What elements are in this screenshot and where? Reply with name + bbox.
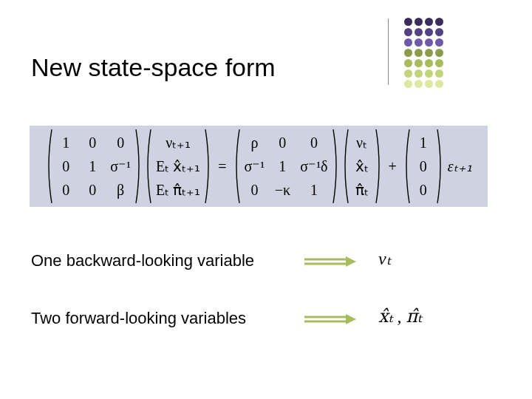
decor-dot xyxy=(415,18,423,26)
decor-dot xyxy=(415,69,423,78)
cell: 0 xyxy=(415,178,432,202)
decor-dot xyxy=(425,49,433,57)
cell: π̂ₜ xyxy=(353,178,371,202)
cell: x̂ₜ xyxy=(353,154,371,178)
cell: 0 xyxy=(57,154,75,178)
cell: Eₜ π̂ₜ₊₁ xyxy=(156,178,200,202)
cell: −κ xyxy=(273,178,291,202)
decor-dot xyxy=(435,49,443,57)
cell: σ⁻¹δ xyxy=(300,154,327,178)
cell: 0 xyxy=(83,131,101,154)
svg-marker-5 xyxy=(346,314,356,324)
slide-title: New state-space form xyxy=(31,53,276,82)
backward-text: One backward-looking variable xyxy=(31,251,254,270)
cell: 0 xyxy=(83,178,101,202)
epsilon-term: εₜ₊₁ xyxy=(446,157,472,175)
decor-dot xyxy=(425,38,433,47)
decor-dot xyxy=(435,80,443,88)
decor-dot xyxy=(404,59,412,67)
decorative-dots xyxy=(403,16,444,89)
header-divider xyxy=(388,18,389,85)
cell: σ⁻¹ xyxy=(110,154,131,178)
vector-state-t: νₜ x̂ₜ π̂ₜ xyxy=(341,128,383,205)
matrix-A-rhs: ρ σ⁻¹ 0 0 1 −κ 0 σ⁻¹δ 1 xyxy=(233,128,340,205)
cell: σ⁻¹ xyxy=(245,154,265,178)
cell: νₜ xyxy=(353,131,371,154)
decor-dot xyxy=(415,28,423,36)
decor-dot xyxy=(425,18,433,26)
cell: 1 xyxy=(57,131,75,154)
cell: 0 xyxy=(273,131,291,154)
cell: 0 xyxy=(57,178,75,202)
decor-dot xyxy=(435,59,443,67)
arrow-icon xyxy=(304,256,356,267)
decor-dot xyxy=(415,38,423,47)
plus-sign: + xyxy=(384,158,401,175)
cell: 1 xyxy=(300,178,327,202)
decor-dot xyxy=(435,69,443,78)
decor-dot xyxy=(425,69,433,78)
decor-dot xyxy=(415,59,423,67)
decor-dot xyxy=(425,28,433,36)
decor-dot xyxy=(404,80,412,88)
decor-dot xyxy=(435,38,443,47)
cell: 0 xyxy=(110,131,131,154)
cell: νₜ₊₁ xyxy=(156,131,200,154)
decor-dot xyxy=(404,18,412,26)
backward-line: One backward-looking variable xyxy=(31,251,254,270)
cell: Eₜ x̂ₜ₊₁ xyxy=(156,154,200,178)
decor-dot xyxy=(425,80,433,88)
svg-marker-2 xyxy=(346,256,356,267)
var-x-pi: x̂ₜ , π̂ₜ xyxy=(378,306,423,327)
cell: 1 xyxy=(83,154,101,178)
equation-box: 1 0 0 0 1 0 0 σ⁻¹ β νₜ₊₁ Eₜ x̂ₜ₊₁ Eₜ π̂ₜ… xyxy=(30,126,488,207)
vector-B: 1 0 0 xyxy=(403,128,444,205)
decor-dot xyxy=(435,18,443,26)
cell: 0 xyxy=(245,178,265,202)
equals-sign: = xyxy=(214,158,231,175)
decor-dot xyxy=(415,49,423,57)
cell: 0 xyxy=(300,131,327,154)
cell: β xyxy=(110,178,131,202)
decor-dot xyxy=(404,38,412,47)
forward-text: Two forward-looking variables xyxy=(31,309,246,328)
cell: 1 xyxy=(415,131,432,154)
decor-dot xyxy=(404,28,412,36)
decor-dot xyxy=(404,49,412,57)
state-space-equation: 1 0 0 0 1 0 0 σ⁻¹ β νₜ₊₁ Eₜ x̂ₜ₊₁ Eₜ π̂ₜ… xyxy=(45,128,471,205)
decor-dot xyxy=(404,69,412,78)
decor-dot xyxy=(415,80,423,88)
vector-state-next: νₜ₊₁ Eₜ x̂ₜ₊₁ Eₜ π̂ₜ₊₁ xyxy=(144,128,212,205)
cell: ρ xyxy=(245,131,265,154)
decor-dot xyxy=(425,59,433,67)
arrow-icon xyxy=(304,314,356,324)
var-nu: νₜ xyxy=(378,248,392,269)
matrix-E-lhs: 1 0 0 0 1 0 0 σ⁻¹ β xyxy=(45,128,143,205)
cell: 1 xyxy=(273,154,291,178)
cell: 0 xyxy=(415,154,432,178)
decor-dot xyxy=(435,28,443,36)
forward-line: Two forward-looking variables xyxy=(31,309,246,328)
